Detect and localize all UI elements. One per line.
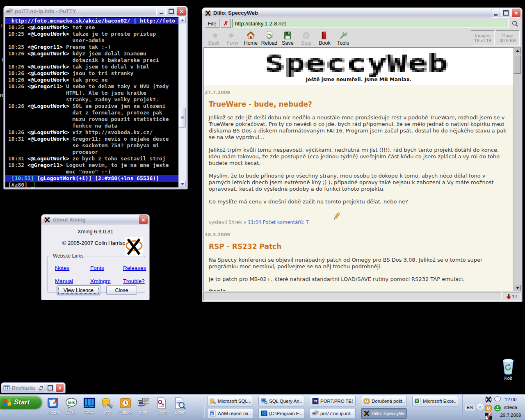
- quicklaunch-doch[interactable]: Doch: [153, 397, 171, 415]
- language-indicator[interactable]: EN: [465, 404, 475, 411]
- xming-link-fonts[interactable]: Fonts: [90, 265, 123, 271]
- recycle-bin-label: Koš: [498, 376, 518, 381]
- toolbar-forw-button: Forw: [223, 30, 242, 47]
- toolbar-button-label: Tools: [337, 40, 349, 46]
- scrollbar-thumb[interactable]: [514, 55, 521, 74]
- article-paragraph: Co myslíte má cenu v dnešní době začít n…: [209, 199, 507, 205]
- article-title[interactable]: TrueWare - bude, nebude?: [209, 100, 507, 108]
- xming-tray-icon[interactable]: [485, 396, 492, 403]
- quicklaunch-mgr[interactable]: Mgr: [98, 397, 116, 415]
- chat-nick: <@Gregor11>: [27, 83, 63, 89]
- xming-close-button[interactable]: ×: [139, 215, 148, 224]
- recycle-bin[interactable]: Koš: [498, 358, 518, 381]
- putty-minimize-button[interactable]: [156, 7, 166, 16]
- byline-comments-link[interactable]: Počet komentářů: 7: [263, 219, 309, 225]
- toolbar-stop-button: Stop: [297, 30, 315, 47]
- putty-terminal[interactable]: http://foto.mcmacko.sk/akcie/bacon02/ | …: [5, 16, 186, 188]
- toolbar-home-button[interactable]: Home: [242, 30, 260, 47]
- quicklaunch-gtalk[interactable]: talkGTalk: [62, 397, 80, 415]
- terminal-line: 10:26 <@LogoutWork> SQL se pouziva jen n…: [5, 103, 178, 110]
- article-date: 18.3.2009: [205, 232, 507, 237]
- clear-url-button[interactable]: ✗: [221, 19, 231, 28]
- terminal-line: stranky, zadny velky projekt.: [5, 96, 178, 103]
- clock[interactable]: 12:00 středa 29.7.2009: [498, 396, 524, 419]
- putty-scrollbar[interactable]: [178, 17, 186, 187]
- chat-nick: <@Gregor11>: [27, 162, 63, 168]
- article-paragraph: Jelikož se zde již delší dobu nic nedělo…: [209, 114, 507, 141]
- taskbar-button[interactable]: Doručená pošt...: [361, 396, 407, 406]
- quicklaunch-lyzer[interactable]: Lyzer: [171, 397, 189, 415]
- dockey-icon: [155, 397, 168, 409]
- xming-link-manual[interactable]: Manual: [55, 278, 90, 284]
- tray-collapse-chevron-icon[interactable]: ‹: [476, 403, 484, 411]
- outlook-tray-icon[interactable]: [485, 404, 492, 412]
- taskbar-button[interactable]: SQL Query An...: [258, 396, 304, 406]
- taskbar-button[interactable]: XMicrosoft Exce...: [412, 396, 458, 406]
- putty-maximize-button[interactable]: [167, 7, 176, 16]
- terminal-line: 10:25 <@Gregor11> Presne tak :-): [5, 44, 178, 50]
- xming-link-xmingrc[interactable]: Xmingrc: [90, 278, 123, 284]
- xming-link-notes[interactable]: Notes: [55, 265, 90, 271]
- queryan-icon: [261, 398, 267, 404]
- search-icon[interactable]: [510, 19, 520, 28]
- quicklaunch-putty[interactable]: putty: [135, 397, 153, 415]
- taskbar-divider: [204, 397, 205, 418]
- taskbar-button[interactable]: WAAM report-mi...: [207, 408, 253, 419]
- quicklaunch-label: GTalk: [66, 410, 77, 415]
- putty-titlebar[interactable]: pol77.no-ip.info - PuTTY ×: [4, 6, 187, 17]
- scroll-up-icon[interactable]: [514, 48, 521, 54]
- dochazka-window[interactable]: Docházka ×: [1, 382, 66, 393]
- dillo-maximize-button[interactable]: [501, 8, 511, 18]
- xming-titlebar[interactable]: About Xming ×: [41, 215, 149, 225]
- dillo-close-button[interactable]: ×: [511, 8, 521, 18]
- taskbar-button[interactable]: {C:\Program F...: [258, 408, 304, 419]
- xming-link-trouble[interactable]: Trouble?: [123, 278, 146, 284]
- xming-link-releases[interactable]: Releases: [123, 265, 146, 271]
- taskbar-buttons-row2: WAAM report-mi...{C:\Program F...pol77.n…: [207, 408, 407, 419]
- page-viewport[interactable]: Ještě jsme neumřeli. Jsme MB Maniax. 27.…: [203, 48, 514, 291]
- scroll-down-icon[interactable]: [179, 181, 186, 187]
- taskbar-button-label: SQL Query An...: [269, 399, 302, 404]
- toolbar-reload-button[interactable]: Reload: [260, 30, 278, 47]
- view-licence-button[interactable]: View Licence: [57, 285, 100, 295]
- quicklaunch-plocha[interactable]: Plocha: [44, 397, 62, 415]
- xming-dialog-title: About Xming: [52, 217, 138, 223]
- quicklaunch-label: putty: [139, 410, 148, 415]
- url-bar[interactable]: http://clanky.1-2-8.net: [232, 19, 509, 28]
- scroll-up-icon[interactable]: [179, 17, 186, 23]
- start-button[interactable]: Start: [0, 395, 42, 409]
- quicklaunch-outlook[interactable]: Outlook: [116, 397, 135, 415]
- antivirus-tray-icon[interactable]: [485, 413, 492, 420]
- toolbar-save-button[interactable]: Save: [278, 30, 297, 47]
- taskbar-button[interactable]: Dillo: SpeccyWeb: [361, 408, 407, 419]
- scrollbar-thumb[interactable]: [179, 108, 186, 128]
- article-date: 27.7.2009: [205, 90, 507, 95]
- dillo-titlebar[interactable]: Dillo: SpeccyWeb ×: [202, 8, 522, 18]
- toolbar-tools-button[interactable]: Tools: [334, 30, 352, 47]
- dochazka-restore-button[interactable]: [37, 383, 45, 392]
- close-button[interactable]: Close: [106, 285, 137, 295]
- putty-icon: [312, 410, 319, 417]
- scroll-down-icon[interactable]: [514, 285, 521, 291]
- byline-time-link[interactable]: 11:04: [248, 219, 261, 225]
- dillo-scrollbar[interactable]: [514, 48, 521, 291]
- bug-meter[interactable]: 17: [503, 292, 521, 301]
- dochazka-maximize-button[interactable]: [46, 383, 55, 392]
- quicklaunch-far[interactable]: FAR: [80, 397, 98, 415]
- putty-close-button[interactable]: ×: [177, 7, 186, 16]
- taskbar-button[interactable]: T$TPORT.PRO TEST: [310, 396, 356, 406]
- article-title[interactable]: RSP - RS232 Patch: [209, 242, 507, 251]
- quicklaunch-label: Doch: [157, 410, 166, 415]
- chat-nick: <@LogoutWork>: [27, 155, 69, 162]
- file-menu-button[interactable]: File: [205, 19, 219, 28]
- system-tray: EN ‹ 12:00 středa 29.7.2009: [462, 395, 525, 420]
- terminal-line: dat z formulare, protoze pak: [5, 110, 178, 116]
- taskbar-button[interactable]: pol77.no-ip.inf...: [310, 408, 356, 419]
- dillo-minimize-button[interactable]: [491, 8, 500, 18]
- taskbar-button[interactable]: Microsoft SQL ...: [207, 396, 253, 406]
- toolbar-book-button[interactable]: Book: [315, 30, 334, 47]
- article-byline: vystavil Shrek v 11:04 Počet komentářů: …: [209, 217, 507, 227]
- dochazka-close-button[interactable]: ×: [55, 383, 64, 392]
- page-content: 27.7.2009TrueWare - bude, nebude?Jelikož…: [204, 90, 514, 291]
- far-icon: [83, 397, 96, 409]
